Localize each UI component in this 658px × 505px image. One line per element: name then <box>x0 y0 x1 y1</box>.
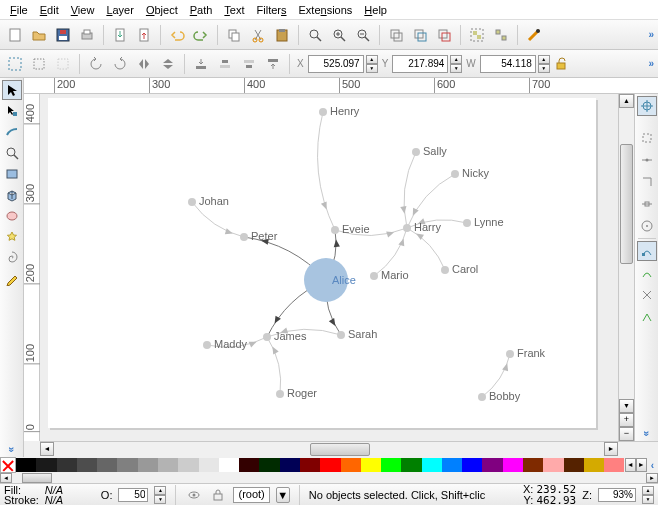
fill-stroke-icon[interactable] <box>523 24 545 46</box>
opacity-input[interactable] <box>118 488 148 502</box>
menu-view[interactable]: View <box>65 2 101 18</box>
lower-bottom-icon[interactable] <box>190 53 212 75</box>
undo-icon[interactable] <box>166 24 188 46</box>
open-icon[interactable] <box>28 24 50 46</box>
menu-filters[interactable]: Filters <box>251 2 293 18</box>
duplicate-icon[interactable] <box>385 24 407 46</box>
opacity-spinner[interactable]: ▲▼ <box>154 486 166 504</box>
swatch[interactable] <box>604 458 624 472</box>
swatch[interactable] <box>158 458 178 472</box>
snap-path-icon[interactable] <box>637 263 657 283</box>
swatch[interactable] <box>178 458 198 472</box>
tool-rect[interactable] <box>2 164 22 184</box>
swatch[interactable] <box>381 458 401 472</box>
snap-enable-icon[interactable] <box>637 96 657 116</box>
swatch[interactable] <box>442 458 462 472</box>
snap-cusp-icon[interactable] <box>637 307 657 327</box>
swatch[interactable] <box>36 458 56 472</box>
flip-v-icon[interactable] <box>157 53 179 75</box>
zoom-out-icon[interactable] <box>352 24 374 46</box>
tool-zoom[interactable] <box>2 143 22 163</box>
scrollbar-horizontal[interactable]: ◄ ► <box>40 441 618 457</box>
scrollbar-vertical[interactable]: ▲ ▼ + − <box>618 94 634 441</box>
raise-icon[interactable] <box>238 53 260 75</box>
tool-star[interactable] <box>2 227 22 247</box>
swatch[interactable] <box>341 458 361 472</box>
layer-visibility-icon[interactable] <box>185 486 203 504</box>
snap-bbox-icon[interactable] <box>637 128 657 148</box>
swatch[interactable] <box>584 458 604 472</box>
menu-path[interactable]: Path <box>184 2 219 18</box>
layer-selector[interactable]: (root) <box>233 487 269 503</box>
group-icon[interactable] <box>466 24 488 46</box>
tool-tweak[interactable] <box>2 122 22 142</box>
swatch[interactable] <box>259 458 279 472</box>
toolbox-overflow-icon[interactable]: » <box>6 447 17 453</box>
snap-edge-icon[interactable] <box>637 150 657 170</box>
swatch[interactable] <box>320 458 340 472</box>
swatch[interactable] <box>300 458 320 472</box>
flip-h-icon[interactable] <box>133 53 155 75</box>
zoom-fit-icon[interactable] <box>304 24 326 46</box>
snap-mid-icon[interactable] <box>637 194 657 214</box>
redo-icon[interactable] <box>190 24 212 46</box>
zoom-spinner[interactable]: ▲▼ <box>642 486 654 504</box>
swatch[interactable] <box>523 458 543 472</box>
swatch[interactable] <box>77 458 97 472</box>
print-icon[interactable] <box>76 24 98 46</box>
palette-scroll[interactable]: ◄► <box>625 458 647 472</box>
tool-node[interactable] <box>2 101 22 121</box>
tool-3dbox[interactable] <box>2 185 22 205</box>
layer-lock-icon[interactable] <box>209 486 227 504</box>
lock-icon[interactable] <box>552 55 570 73</box>
toolbar-overflow-icon[interactable]: » <box>648 29 654 40</box>
rotate-cw-icon[interactable] <box>109 53 131 75</box>
swatch[interactable] <box>280 458 300 472</box>
w-spinner[interactable]: ▲▼ <box>538 55 550 73</box>
export-icon[interactable] <box>133 24 155 46</box>
clone-icon[interactable] <box>409 24 431 46</box>
x-spinner[interactable]: ▲▼ <box>366 55 378 73</box>
palette-scrollbar[interactable]: ◄ ► <box>0 473 658 483</box>
no-fill-swatch[interactable] <box>0 457 16 473</box>
swatch[interactable] <box>543 458 563 472</box>
snap-overflow-icon[interactable]: » <box>641 431 652 437</box>
zoom-input[interactable] <box>598 488 636 502</box>
menu-text[interactable]: Text <box>218 2 250 18</box>
swatch[interactable] <box>97 458 117 472</box>
swatch[interactable] <box>462 458 482 472</box>
swatch[interactable] <box>138 458 158 472</box>
tool-select[interactable] <box>2 80 22 100</box>
swatch[interactable] <box>57 458 77 472</box>
swatch[interactable] <box>422 458 442 472</box>
zoom-in-icon[interactable] <box>328 24 350 46</box>
swatch[interactable] <box>564 458 584 472</box>
swatch[interactable] <box>361 458 381 472</box>
canvas-viewport[interactable]: AliceHenrySallyNickyJohanPeterEveieHarry… <box>40 94 618 441</box>
new-icon[interactable] <box>4 24 26 46</box>
menu-layer[interactable]: Layer <box>100 2 140 18</box>
swatch[interactable] <box>401 458 421 472</box>
cut-icon[interactable] <box>247 24 269 46</box>
options-overflow-icon[interactable]: » <box>648 58 654 69</box>
raise-top-icon[interactable] <box>262 53 284 75</box>
y-spinner[interactable]: ▲▼ <box>450 55 462 73</box>
unlink-icon[interactable] <box>433 24 455 46</box>
select-rect-icon[interactable] <box>28 53 50 75</box>
snap-intersect-icon[interactable] <box>637 285 657 305</box>
lower-icon[interactable] <box>214 53 236 75</box>
save-icon[interactable] <box>52 24 74 46</box>
x-input[interactable] <box>308 55 364 73</box>
swatch[interactable] <box>117 458 137 472</box>
ungroup-icon[interactable] <box>490 24 512 46</box>
menu-help[interactable]: Help <box>358 2 393 18</box>
tool-pencil[interactable] <box>2 269 22 289</box>
copy-icon[interactable] <box>223 24 245 46</box>
menu-object[interactable]: Object <box>140 2 184 18</box>
swatch[interactable] <box>16 458 36 472</box>
paste-icon[interactable] <box>271 24 293 46</box>
menu-file[interactable]: File <box>4 2 34 18</box>
w-input[interactable] <box>480 55 536 73</box>
deselect-icon[interactable] <box>52 53 74 75</box>
swatch[interactable] <box>503 458 523 472</box>
